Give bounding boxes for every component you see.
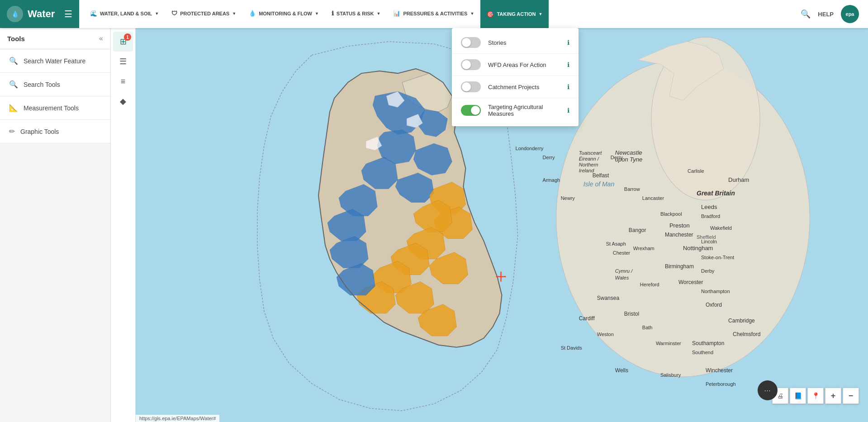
svg-text:Northern: Northern xyxy=(579,162,598,167)
zoom-out-btn[interactable]: − xyxy=(843,388,859,404)
location-btn[interactable]: 📍 xyxy=(807,388,824,404)
sidebar-item-label-measurement-tools: Measurement Tools xyxy=(24,104,79,112)
sidebar-item-icon-measurement-tools: 📐 xyxy=(9,104,18,112)
svg-text:St Davids: St Davids xyxy=(561,345,583,351)
nav-label-protected-areas: PROTECTED AREAS xyxy=(180,11,229,16)
svg-text:Worcester: Worcester xyxy=(678,279,703,285)
info-icon-stories[interactable]: ℹ xyxy=(567,39,569,46)
nav-icon-status-risk: ℹ xyxy=(332,10,334,17)
toggle-catchment-projects[interactable] xyxy=(461,81,481,92)
svg-text:St Asaph: St Asaph xyxy=(606,241,626,247)
svg-text:Éireann /: Éireann / xyxy=(579,156,599,161)
hamburger-menu[interactable]: ☰ xyxy=(64,9,72,19)
nav-item-status-risk[interactable]: ℹ STATUS & RISK ▼ xyxy=(325,0,387,28)
main-nav: 🌊 WATER, LAND & SOIL ▼🛡 PROTECTED AREAS … xyxy=(79,0,792,28)
app-title: Water xyxy=(28,8,55,20)
svg-text:Salisbury: Salisbury xyxy=(660,372,681,378)
svg-text:Manchester: Manchester xyxy=(665,232,693,238)
dropdown-label-stories: Stories xyxy=(488,39,560,46)
dropdown-label-targeting-agricultural: Targeting Agricultural Measures xyxy=(488,104,560,117)
share-btn[interactable]: 📘 xyxy=(790,388,806,404)
search-icon[interactable]: 🔍 xyxy=(801,9,811,19)
sidebar-item-label-graphic-tools: Graphic Tools xyxy=(20,128,59,135)
sidebar-item-search-tools[interactable]: 🔍 Search Tools xyxy=(0,73,110,96)
layer-btn-diamond[interactable]: ◆ xyxy=(113,91,133,111)
svg-text:Derry: Derry xyxy=(611,155,623,160)
svg-text:Weston: Weston xyxy=(597,332,614,337)
nav-item-protected-areas[interactable]: 🛡 PROTECTED AREAS ▼ xyxy=(165,0,242,28)
nav-label-monitoring-flow: MONITORING & FLOW xyxy=(259,11,312,16)
sidebar-item-measurement-tools[interactable]: 📐 Measurement Tools xyxy=(0,96,110,120)
nav-item-taking-action[interactable]: 🎯 TAKING ACTION ▼ xyxy=(480,0,549,28)
nav-item-water-land-soil[interactable]: 🌊 WATER, LAND & SOIL ▼ xyxy=(84,0,165,28)
nav-item-pressures-activities[interactable]: 📊 PRESSURES & ACTIVITIES ▼ xyxy=(387,0,480,28)
logo-area: 💧 Water ☰ xyxy=(0,0,79,28)
svg-text:Tuaisceart: Tuaisceart xyxy=(579,150,602,156)
svg-text:Durham: Durham xyxy=(728,176,749,183)
svg-text:Bath: Bath xyxy=(642,325,653,330)
taking-action-dropdown: Stories ℹ WFD Areas For Action ℹ Catchme… xyxy=(452,28,579,126)
svg-text:Armagh: Armagh xyxy=(543,177,560,183)
sidebar-item-search-water-feature[interactable]: 🔍 Search Water Feature xyxy=(0,49,110,73)
nav-icon-taking-action: 🎯 xyxy=(487,11,494,18)
svg-text:Swansea: Swansea xyxy=(597,295,620,301)
nav-icon-water-land-soil: 🌊 xyxy=(90,10,97,17)
info-icon-wfd-areas[interactable]: ℹ xyxy=(567,61,569,68)
zoom-in-btn[interactable]: + xyxy=(825,388,841,404)
nav-icon-protected-areas: 🛡 xyxy=(171,10,177,17)
svg-text:Peterborough: Peterborough xyxy=(706,381,736,387)
dropdown-label-wfd-areas: WFD Areas For Action xyxy=(488,62,560,68)
map-controls: 🖨 📘 📍 + − xyxy=(772,388,859,404)
sidebar-item-icon-graphic-tools: ✏ xyxy=(9,127,15,136)
dropdown-item-targeting-agricultural: Targeting Agricultural Measures ℹ xyxy=(452,98,579,123)
svg-text:Birmingham: Birmingham xyxy=(665,263,694,270)
info-icon-targeting-agricultural[interactable]: ℹ xyxy=(567,107,569,114)
nav-item-monitoring-flow[interactable]: 💧 MONITORING & FLOW ▼ xyxy=(242,0,325,28)
svg-text:Great Britain: Great Britain xyxy=(697,190,735,197)
info-icon-catchment-projects[interactable]: ℹ xyxy=(567,83,569,90)
svg-text:Chelmsford: Chelmsford xyxy=(733,331,760,337)
sidebar-item-icon-search-tools: 🔍 xyxy=(9,80,18,89)
toggle-stories[interactable] xyxy=(461,37,481,48)
svg-text:Hereford: Hereford xyxy=(640,282,659,287)
svg-text:Warminster: Warminster xyxy=(656,341,681,346)
toggle-wfd-areas[interactable] xyxy=(461,59,481,70)
sidebar-collapse-btn[interactable]: « xyxy=(99,34,103,43)
svg-text:Cambridge: Cambridge xyxy=(728,318,755,324)
layer-btn-legend[interactable]: ≡ xyxy=(113,71,133,91)
dropdown-item-catchment-projects: Catchment Projects ℹ xyxy=(452,76,579,98)
chevron-down-icon: ▼ xyxy=(315,11,319,16)
svg-text:Wells: Wells xyxy=(615,367,628,374)
sidebar-item-graphic-tools[interactable]: ✏ Graphic Tools xyxy=(0,120,110,143)
svg-text:Cardiff: Cardiff xyxy=(579,315,595,322)
svg-text:Newry: Newry xyxy=(561,195,575,201)
nav-label-pressures-activities: PRESSURES & ACTIVITIES xyxy=(403,11,467,16)
svg-text:Belfast: Belfast xyxy=(593,172,609,179)
chevron-down-icon: ▼ xyxy=(232,11,236,16)
svg-text:Bradford: Bradford xyxy=(701,213,720,219)
sidebar-title: Tools xyxy=(7,35,25,43)
toggle-targeting-agricultural[interactable] xyxy=(461,105,481,116)
svg-text:Ireland: Ireland xyxy=(579,168,595,173)
help-button[interactable]: HELP xyxy=(818,11,834,18)
sidebar-item-icon-search-water-feature: 🔍 xyxy=(9,57,18,65)
header: 💧 Water ☰ 🌊 WATER, LAND & SOIL ▼🛡 PROTEC… xyxy=(0,0,868,28)
svg-text:Southend: Southend xyxy=(692,350,713,355)
svg-text:Northampton: Northampton xyxy=(701,289,730,294)
header-right: 🔍 HELP epa xyxy=(792,5,868,23)
sidebar-items: 🔍 Search Water Feature🔍 Search Tools📐 Me… xyxy=(0,49,110,143)
layer-btn-layers[interactable]: ⊞1 xyxy=(113,32,133,52)
sidebar: Tools « 🔍 Search Water Feature🔍 Search T… xyxy=(0,28,111,422)
svg-text:Carlisle: Carlisle xyxy=(688,168,704,174)
svg-text:Preston: Preston xyxy=(669,222,690,229)
layer-btn-table[interactable]: ☰ xyxy=(113,52,133,71)
svg-text:Barrow: Barrow xyxy=(624,186,640,192)
nav-label-taking-action: TAKING ACTION xyxy=(497,11,536,17)
chevron-down-icon: ▼ xyxy=(155,11,159,16)
nav-icon-monitoring-flow: 💧 xyxy=(249,10,256,17)
layer-buttons: ⊞1☰≡◆ xyxy=(113,32,133,111)
more-options-btn[interactable]: ··· xyxy=(758,380,778,400)
layer-badge-layers: 1 xyxy=(124,33,131,41)
svg-text:Bangor: Bangor xyxy=(629,227,646,233)
svg-text:Isle of Man: Isle of Man xyxy=(583,180,615,188)
